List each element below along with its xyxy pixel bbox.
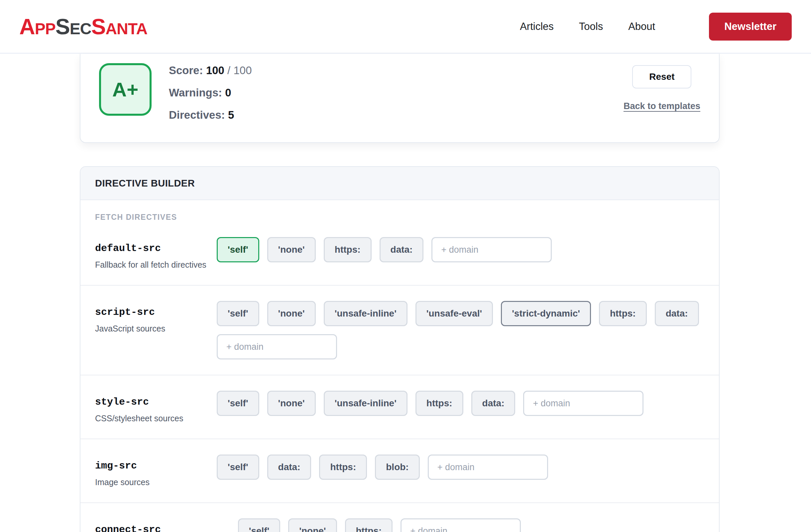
csp-source-option-button[interactable]: data: bbox=[267, 455, 311, 480]
directive-name: style-src bbox=[95, 391, 207, 408]
add-domain-input[interactable] bbox=[400, 518, 521, 532]
directive-name: img-src bbox=[95, 455, 207, 471]
csp-source-option-button[interactable]: https: bbox=[319, 455, 367, 480]
csp-source-option-button[interactable]: https: bbox=[345, 518, 393, 532]
csp-source-option-button[interactable]: data: bbox=[655, 301, 699, 326]
csp-source-option-button[interactable]: 'none' bbox=[267, 391, 316, 416]
directive-description: Image sources bbox=[95, 477, 207, 487]
directive-builder-card: DIRECTIVE BUILDER FETCH DIRECTIVES defau… bbox=[80, 166, 720, 532]
add-domain-input[interactable] bbox=[523, 391, 643, 416]
add-domain-input[interactable] bbox=[428, 455, 548, 480]
page-content: A+ Score: 100 / 100 Warnings: 0 Directiv… bbox=[80, 54, 720, 532]
top-navigation-bar: APPSECSANTA Articles Tools About Newslet… bbox=[0, 0, 811, 54]
directive-builder-title: DIRECTIVE BUILDER bbox=[95, 178, 195, 189]
directive-label-block: style-src CSS/stylesheet sources bbox=[95, 391, 207, 423]
csp-source-option-button[interactable]: 'self' bbox=[238, 518, 280, 532]
csp-source-option-button[interactable]: data: bbox=[380, 237, 424, 262]
directive-name: default-src bbox=[95, 237, 207, 254]
directives-line: Directives: 5 bbox=[169, 108, 252, 122]
newsletter-button[interactable]: Newsletter bbox=[709, 13, 792, 41]
csp-source-option-button[interactable]: 'self' bbox=[217, 237, 259, 262]
directive-options: 'self''none'https:data: bbox=[217, 237, 704, 262]
directives-label: Directives: bbox=[169, 109, 225, 121]
directive-name: script-src bbox=[95, 301, 207, 318]
nav-item-about[interactable]: About bbox=[628, 20, 655, 33]
logo-segment: SANTA bbox=[91, 14, 147, 39]
csp-source-option-button[interactable]: 'unsafe-inline' bbox=[324, 391, 408, 416]
score-max: / 100 bbox=[224, 64, 252, 76]
csp-source-option-button[interactable]: data: bbox=[471, 391, 516, 416]
csp-source-option-button[interactable]: 'unsafe-inline' bbox=[324, 301, 408, 326]
csp-source-option-button[interactable]: 'none' bbox=[267, 301, 316, 326]
csp-source-option-button[interactable]: 'none' bbox=[288, 518, 337, 532]
score-value: 100 bbox=[206, 64, 224, 76]
directive-row: connect-src XMLHttpRequest, WebSocket, f… bbox=[80, 503, 719, 532]
nav-item-tools[interactable]: Tools bbox=[579, 20, 603, 33]
directive-label-block: script-src JavaScript sources bbox=[95, 301, 207, 334]
directive-description: Fallback for all fetch directives bbox=[95, 260, 207, 270]
csp-score-card: A+ Score: 100 / 100 Warnings: 0 Directiv… bbox=[80, 54, 720, 143]
directive-options: 'self'data:https:blob: bbox=[217, 455, 704, 480]
csp-source-option-button[interactable]: blob: bbox=[375, 455, 419, 480]
score-line: Score: 100 / 100 bbox=[169, 64, 252, 77]
directive-rows: default-src Fallback for all fetch direc… bbox=[80, 222, 719, 532]
directives-value: 5 bbox=[228, 109, 234, 121]
directive-options: 'self''none''unsafe-inline'https:data: bbox=[217, 391, 704, 416]
add-domain-input[interactable] bbox=[217, 334, 337, 360]
score-summary: Score: 100 / 100 Warnings: 0 Directives:… bbox=[169, 63, 252, 131]
score-actions: Reset Back to templates bbox=[624, 63, 700, 111]
warnings-value: 0 bbox=[225, 87, 231, 99]
directive-name: connect-src bbox=[95, 518, 228, 532]
main-nav: Articles Tools About Newsletter bbox=[520, 13, 792, 41]
add-domain-input[interactable] bbox=[431, 237, 552, 262]
fetch-directives-section-label: FETCH DIRECTIVES bbox=[80, 200, 719, 222]
directive-row: style-src CSS/stylesheet sources 'self''… bbox=[80, 375, 719, 439]
back-to-templates-link[interactable]: Back to templates bbox=[624, 101, 700, 111]
directive-options: 'self''none'https: bbox=[238, 518, 704, 532]
directive-row: img-src Image sources 'self'data:https:b… bbox=[80, 439, 719, 503]
logo-segment: APP bbox=[19, 14, 56, 39]
warnings-line: Warnings: 0 bbox=[169, 86, 252, 100]
csp-source-option-button[interactable]: 'self' bbox=[217, 455, 259, 480]
directive-label-block: connect-src XMLHttpRequest, WebSocket, f… bbox=[95, 518, 228, 532]
directive-description: CSS/stylesheet sources bbox=[95, 414, 207, 423]
logo-segment: SEC bbox=[56, 14, 91, 39]
csp-source-option-button[interactable]: https: bbox=[599, 301, 647, 326]
score-label: Score: bbox=[169, 64, 203, 76]
grade-badge: A+ bbox=[99, 63, 152, 116]
csp-source-option-button[interactable]: 'strict-dynamic' bbox=[501, 301, 591, 326]
directive-builder-header: DIRECTIVE BUILDER bbox=[80, 167, 719, 200]
directive-row: default-src Fallback for all fetch direc… bbox=[80, 222, 719, 286]
directive-label-block: default-src Fallback for all fetch direc… bbox=[95, 237, 207, 270]
nav-item-articles[interactable]: Articles bbox=[520, 20, 554, 33]
csp-source-option-button[interactable]: https: bbox=[324, 237, 372, 262]
csp-source-option-button[interactable]: 'unsafe-eval' bbox=[415, 301, 493, 326]
csp-source-option-button[interactable]: https: bbox=[415, 391, 463, 416]
csp-source-option-button[interactable]: 'none' bbox=[267, 237, 316, 262]
directive-description: JavaScript sources bbox=[95, 324, 207, 334]
warnings-label: Warnings: bbox=[169, 87, 222, 99]
directive-label-block: img-src Image sources bbox=[95, 455, 207, 487]
csp-source-option-button[interactable]: 'self' bbox=[217, 301, 259, 326]
appsecsanta-logo[interactable]: APPSECSANTA bbox=[19, 14, 147, 39]
reset-button[interactable]: Reset bbox=[632, 65, 691, 89]
directive-options: 'self''none''unsafe-inline''unsafe-eval'… bbox=[217, 301, 704, 360]
csp-source-option-button[interactable]: 'self' bbox=[217, 391, 259, 416]
directive-row: script-src JavaScript sources 'self''non… bbox=[80, 286, 719, 375]
